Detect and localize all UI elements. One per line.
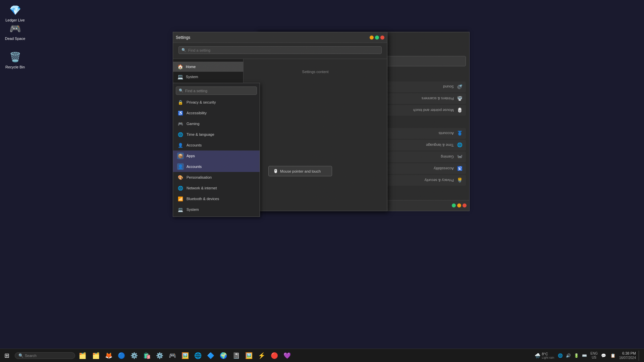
- overlay-apps-label: Apps: [186, 154, 195, 158]
- taskbar-app-onenote[interactable]: 📓: [230, 350, 242, 362]
- desktop-icon-recycle-bin[interactable]: 🗑️ Recycle Bin: [2, 50, 29, 69]
- taskbar-start-button[interactable]: ⊞: [0, 349, 13, 362]
- overlay-network-label: Network & internet: [186, 186, 217, 190]
- desktop-icon-ledger-live[interactable]: 💎 Ledger Live: [2, 3, 29, 22]
- system-icon: 💻: [177, 74, 183, 80]
- overlay-item-accounts2[interactable]: 👤 Accounts: [173, 161, 260, 172]
- onenote-icon: 📓: [232, 352, 240, 359]
- overlay-item-system[interactable]: 💻 System: [173, 204, 260, 215]
- front-close-btn[interactable]: [380, 36, 384, 40]
- overlay-item-privacy[interactable]: 🔒 Privacy & security: [173, 97, 260, 108]
- overlay-gaming-icon: 🎮: [177, 120, 184, 127]
- taskbar-search-icon: 🔍: [18, 353, 23, 358]
- overlay-item-gaming[interactable]: 🎮 Gaming: [173, 118, 260, 129]
- taskview-icon: 🗂️: [79, 352, 86, 359]
- taskbar-app-unknown3[interactable]: ⚙️: [128, 350, 140, 362]
- overlay-accounts-icon: 👤: [177, 142, 184, 148]
- taskbar-app-app3[interactable]: 🔴: [268, 350, 280, 362]
- sys-keyboard-icon[interactable]: ⌨️: [581, 352, 588, 359]
- overlay-accounts2-label: Accounts: [186, 165, 202, 169]
- front-search-area: 🔍: [173, 43, 387, 59]
- overlay-time-icon: 🌐: [177, 131, 184, 138]
- taskbar-app-icons: 🗂️ 🦊 🔵 ⚙️ 🛍️ ⚙️ 🎮 🖼️ 🌐 🔷 🌍: [89, 350, 531, 362]
- overlay-item-time[interactable]: 🌐 Time & language: [173, 129, 260, 140]
- mouse-floating-label: Mouse pointer and touch: [280, 169, 321, 173]
- filebrowser-icon: 🗂️: [92, 352, 100, 359]
- overlay-system-icon: 💻: [177, 206, 184, 213]
- mouse-pointer-floating-box[interactable]: 🖱️ Mouse pointer and touch: [268, 166, 332, 176]
- show-desktop-btn[interactable]: [639, 351, 640, 361]
- sys-action-center-icon[interactable]: 📋: [610, 352, 616, 359]
- sys-battery-icon[interactable]: 🔋: [573, 352, 580, 359]
- back-max-btn[interactable]: [452, 204, 456, 208]
- taskbar-app-edge[interactable]: 🔷: [205, 350, 217, 362]
- overlay-bluetooth-icon: 📶: [177, 195, 184, 202]
- overlay-item-accounts[interactable]: 👤 Accounts: [173, 140, 260, 150]
- language-us: US: [590, 356, 598, 360]
- taskbar-taskview[interactable]: 🗂️: [76, 350, 89, 362]
- overlay-item-home[interactable]: 🏠 Home: [173, 215, 260, 217]
- desktop: 💎 Ledger Live 🎮 Dead Space 🗑️ Recycle Bi…: [0, 0, 644, 349]
- chrome-icon: 🌐: [194, 352, 202, 359]
- app2-icon: ⚡: [258, 352, 265, 359]
- taskbar-app-store[interactable]: 🛍️: [141, 350, 153, 362]
- taskbar-app-photos[interactable]: 🖼️: [179, 350, 191, 362]
- photos-icon: 🖼️: [181, 352, 189, 359]
- overlay-personalisation-label: Personalisation: [186, 175, 212, 179]
- recycle-bin-icon: 🗑️: [8, 50, 22, 64]
- desktop-icon-dead-space[interactable]: 🎮 Dead Space: [2, 22, 29, 41]
- back-privacy-label: Privacy & security: [425, 178, 454, 182]
- dead-space-icon: 🎮: [8, 22, 22, 35]
- settings-content-placeholder: Settings content: [248, 70, 383, 74]
- overlay-item-bluetooth[interactable]: 📶 Bluetooth & devices: [173, 193, 260, 204]
- search-input[interactable]: [188, 48, 379, 52]
- overlay-accessibility-icon: ♿: [177, 110, 184, 116]
- sidebar-item-home[interactable]: 🏠 Home: [173, 62, 243, 72]
- recycle-bin-label: Recycle Bin: [5, 65, 25, 69]
- overlay-personalisation-icon: 🎨: [177, 174, 184, 181]
- taskbar-language[interactable]: ENG US: [590, 352, 598, 360]
- dead-space-label: Dead Space: [5, 37, 25, 41]
- taskbar-app-app2[interactable]: ⚡: [256, 350, 268, 362]
- taskbar-right: 🌧️ 8°C Light rain 🌐 🔊 🔋 ⌨️ ENG US 💬 📋 6:…: [531, 351, 644, 361]
- taskbar-clock[interactable]: 6:38 PM 16/07/2024: [619, 351, 636, 360]
- overlay-privacy-label: Privacy & security: [186, 100, 216, 104]
- overlay-search[interactable]: 🔍 Find a setting: [176, 86, 257, 95]
- back-min-btn[interactable]: [457, 204, 461, 208]
- clock-date: 16/07/2024: [619, 356, 636, 360]
- sys-network-icon[interactable]: 🌐: [557, 352, 564, 359]
- taskbar-app-filebrowser[interactable]: 🗂️: [90, 350, 102, 362]
- overlay-item-personalisation[interactable]: 🎨 Personalisation: [173, 172, 260, 183]
- taskbar-app-unknown2[interactable]: 🔵: [115, 350, 127, 362]
- back-gaming-icon: 🎮: [457, 154, 463, 160]
- back-printers-label: Printers & scanners: [422, 97, 454, 101]
- front-min-btn[interactable]: [370, 36, 374, 40]
- taskbar-app-app4[interactable]: 💜: [281, 350, 293, 362]
- overlay-item-apps[interactable]: 📦 Apps: [173, 150, 260, 161]
- back-accessibility-label: Accessibility: [434, 167, 454, 171]
- sys-notification-icon[interactable]: 💬: [600, 352, 607, 359]
- language-eng: ENG: [590, 352, 598, 356]
- app1-icon: 🖼️: [245, 352, 253, 359]
- taskbar-app-games[interactable]: 🎮: [166, 350, 178, 362]
- taskbar-app-unknown1[interactable]: 🦊: [103, 350, 115, 362]
- front-search-bar[interactable]: 🔍: [178, 46, 382, 54]
- taskbar-app-edge2[interactable]: 🌍: [217, 350, 229, 362]
- overlay-system-label: System: [186, 207, 199, 212]
- back-close-btn[interactable]: [463, 204, 467, 208]
- overlay-time-label: Time & language: [186, 132, 214, 136]
- overlay-item-accessibility[interactable]: ♿ Accessibility: [173, 108, 260, 118]
- taskbar-weather[interactable]: 🌧️ 8°C Light rain: [535, 352, 554, 359]
- overlay-accessibility-label: Accessibility: [186, 111, 207, 115]
- sidebar-home-label: Home: [186, 65, 196, 69]
- taskbar-app-chrome[interactable]: 🌐: [192, 350, 204, 362]
- taskbar-app-app1[interactable]: 🖼️: [243, 350, 255, 362]
- front-max-btn[interactable]: [375, 36, 379, 40]
- sidebar-item-system[interactable]: 💻 System: [173, 72, 243, 82]
- overlay-search-placeholder: Find a setting: [185, 89, 207, 93]
- overlay-item-network[interactable]: 🌐 Network & internet: [173, 183, 260, 193]
- taskbar-app-settings2[interactable]: ⚙️: [154, 350, 166, 362]
- sys-volume-icon[interactable]: 🔊: [565, 352, 572, 359]
- taskbar-search-bar[interactable]: 🔍 Search: [15, 352, 75, 359]
- back-accounts-label: Accounts: [439, 131, 454, 135]
